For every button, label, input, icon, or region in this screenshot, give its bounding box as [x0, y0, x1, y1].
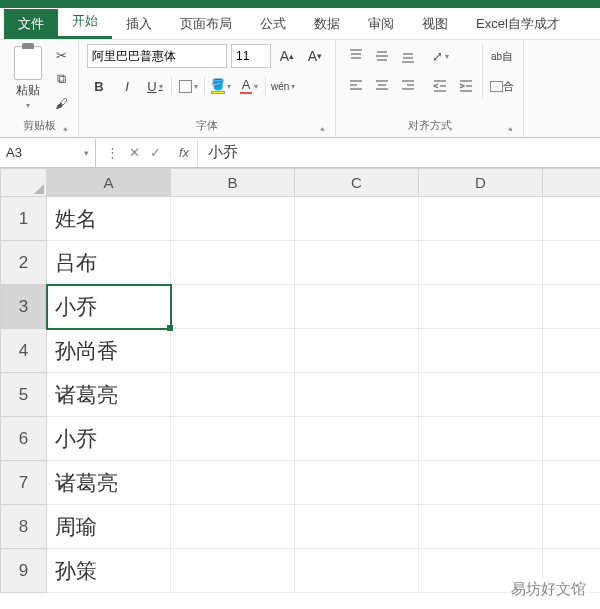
cell-C4[interactable] — [295, 329, 419, 373]
col-header-D[interactable]: D — [419, 169, 543, 197]
cell-C1[interactable] — [295, 197, 419, 241]
paste-button[interactable]: 粘贴 ▾ — [8, 44, 48, 112]
indent-increase-button[interactable] — [454, 74, 478, 98]
formula-input[interactable] — [197, 139, 600, 167]
col-header-C[interactable]: C — [295, 169, 419, 197]
tab-home[interactable]: 开始 — [58, 6, 112, 39]
grow-font-button[interactable]: A▴ — [275, 44, 299, 68]
row-header-5[interactable]: 5 — [1, 373, 47, 417]
cell-D2[interactable] — [419, 241, 543, 285]
cell-C6[interactable] — [295, 417, 419, 461]
cell-E5[interactable] — [543, 373, 601, 417]
row-header-1[interactable]: 1 — [1, 197, 47, 241]
cell-A1[interactable]: 姓名 — [47, 197, 171, 241]
align-middle-button[interactable] — [370, 44, 394, 68]
cancel-icon[interactable]: ✕ — [129, 145, 140, 160]
tab-insert[interactable]: 插入 — [112, 9, 166, 39]
cell-E2[interactable] — [543, 241, 601, 285]
row-header-6[interactable]: 6 — [1, 417, 47, 461]
cell-D6[interactable] — [419, 417, 543, 461]
align-bottom-button[interactable] — [396, 44, 420, 68]
cell-D7[interactable] — [419, 461, 543, 505]
row-header-3[interactable]: 3 — [1, 285, 47, 329]
cell-D1[interactable] — [419, 197, 543, 241]
row-header-8[interactable]: 8 — [1, 505, 47, 549]
cell-B9[interactable] — [171, 549, 295, 593]
cell-A4[interactable]: 孙尚香 — [47, 329, 171, 373]
cell-B2[interactable] — [171, 241, 295, 285]
cell-D8[interactable] — [419, 505, 543, 549]
fill-color-button[interactable]: 🪣▾ — [209, 74, 233, 98]
shrink-font-button[interactable]: A▾ — [303, 44, 327, 68]
align-left-button[interactable] — [344, 74, 368, 98]
cell-A9[interactable]: 孙策 — [47, 549, 171, 593]
cell-C5[interactable] — [295, 373, 419, 417]
italic-button[interactable]: I — [115, 74, 139, 98]
cell-C3[interactable] — [295, 285, 419, 329]
cell-C8[interactable] — [295, 505, 419, 549]
tab-view[interactable]: 视图 — [408, 9, 462, 39]
cell-E4[interactable] — [543, 329, 601, 373]
align-right-button[interactable] — [396, 74, 420, 98]
bold-button[interactable]: B — [87, 74, 111, 98]
cell-A6[interactable]: 小乔 — [47, 417, 171, 461]
row-header-9[interactable]: 9 — [1, 549, 47, 593]
cell-E8[interactable] — [543, 505, 601, 549]
cell-B8[interactable] — [171, 505, 295, 549]
font-size-select[interactable] — [231, 44, 271, 68]
borders-button[interactable]: ▾ — [176, 74, 200, 98]
tab-formulas[interactable]: 公式 — [246, 9, 300, 39]
cell-A8[interactable]: 周瑜 — [47, 505, 171, 549]
wrap-text-button[interactable]: ab 自 — [489, 44, 515, 68]
row-header-2[interactable]: 2 — [1, 241, 47, 285]
align-center-button[interactable] — [370, 74, 394, 98]
cell-C9[interactable] — [295, 549, 419, 593]
align-top-button[interactable] — [344, 44, 368, 68]
name-box-dropdown-icon[interactable]: ▾ — [84, 148, 89, 158]
font-color-button[interactable]: A▾ — [237, 74, 261, 98]
cell-A2[interactable]: 吕布 — [47, 241, 171, 285]
cell-D5[interactable] — [419, 373, 543, 417]
cell-E3[interactable] — [543, 285, 601, 329]
cell-B3[interactable] — [171, 285, 295, 329]
phonetic-button[interactable]: wén▾ — [270, 74, 296, 98]
cell-E6[interactable] — [543, 417, 601, 461]
font-family-select[interactable] — [87, 44, 227, 68]
cell-A3[interactable]: 小乔 — [47, 285, 171, 329]
cut-icon[interactable]: ✂ — [52, 46, 70, 64]
col-header-A[interactable]: A — [47, 169, 171, 197]
cell-A5[interactable]: 诸葛亮 — [47, 373, 171, 417]
col-header-B[interactable]: B — [171, 169, 295, 197]
cell-D4[interactable] — [419, 329, 543, 373]
tab-custom[interactable]: Excel自学成才 — [462, 9, 574, 39]
tab-page-layout[interactable]: 页面布局 — [166, 9, 246, 39]
cell-C7[interactable] — [295, 461, 419, 505]
select-all-corner[interactable] — [1, 169, 47, 197]
more-icon[interactable]: ⋮ — [106, 145, 119, 160]
cell-B4[interactable] — [171, 329, 295, 373]
cell-B1[interactable] — [171, 197, 295, 241]
cell-B6[interactable] — [171, 417, 295, 461]
cell-B7[interactable] — [171, 461, 295, 505]
merge-button[interactable]: 合 — [489, 74, 515, 98]
copy-icon[interactable]: ⧉ — [52, 70, 70, 88]
indent-decrease-button[interactable] — [428, 74, 452, 98]
tab-file[interactable]: 文件 — [4, 9, 58, 39]
name-box[interactable]: A3 ▾ — [0, 139, 96, 167]
fx-label[interactable]: fx — [171, 145, 197, 160]
row-header-4[interactable]: 4 — [1, 329, 47, 373]
cell-D3[interactable] — [419, 285, 543, 329]
row-header-7[interactable]: 7 — [1, 461, 47, 505]
underline-button[interactable]: U▾ — [143, 74, 167, 98]
cell-C2[interactable] — [295, 241, 419, 285]
cell-A7[interactable]: 诸葛亮 — [47, 461, 171, 505]
tab-review[interactable]: 审阅 — [354, 9, 408, 39]
tab-data[interactable]: 数据 — [300, 9, 354, 39]
cell-B5[interactable] — [171, 373, 295, 417]
cell-E7[interactable] — [543, 461, 601, 505]
format-painter-icon[interactable]: 🖌 — [52, 94, 70, 112]
col-header-E[interactable] — [543, 169, 601, 197]
cell-E1[interactable] — [543, 197, 601, 241]
orientation-button[interactable]: ⤢▾ — [428, 44, 452, 68]
enter-icon[interactable]: ✓ — [150, 145, 161, 160]
